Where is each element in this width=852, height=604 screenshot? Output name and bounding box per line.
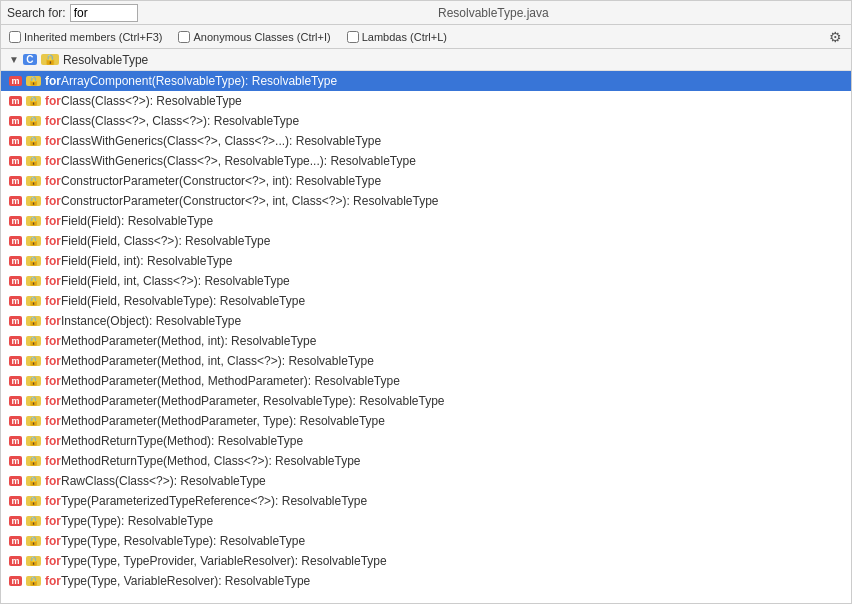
method-text: forType(ParameterizedTypeReference<?>): … bbox=[45, 494, 367, 508]
lock-badge: 🔒 bbox=[26, 216, 41, 226]
search-label: Search for: bbox=[7, 6, 66, 20]
lock-badge: 🔒 bbox=[26, 176, 41, 186]
results-list[interactable]: m🔒forArrayComponent(ResolvableType): Res… bbox=[1, 71, 851, 603]
list-item[interactable]: m🔒forField(Field): ResolvableType bbox=[1, 211, 851, 231]
method-badge: m bbox=[9, 376, 22, 386]
method-badge: m bbox=[9, 476, 22, 486]
gear-icon[interactable]: ⚙ bbox=[827, 29, 843, 45]
method-text: forField(Field, int, Class<?>): Resolvab… bbox=[45, 274, 290, 288]
lock-badge: 🔒 bbox=[26, 336, 41, 346]
list-item[interactable]: m🔒forField(Field, int): ResolvableType bbox=[1, 251, 851, 271]
tree-header: ▼ C 🔒 ResolvableType bbox=[1, 49, 851, 71]
method-text: forMethodReturnType(Method): ResolvableT… bbox=[45, 434, 303, 448]
lock-badge: 🔒 bbox=[41, 54, 59, 65]
list-item[interactable]: m🔒forInstance(Object): ResolvableType bbox=[1, 311, 851, 331]
main-window: Search for: ResolvableType.java Inherite… bbox=[0, 0, 852, 604]
list-item[interactable]: m🔒forType(Type, VariableResolver): Resol… bbox=[1, 571, 851, 591]
lock-badge: 🔒 bbox=[26, 76, 41, 86]
method-badge: m bbox=[9, 576, 22, 586]
list-item[interactable]: m🔒forConstructorParameter(Constructor<?>… bbox=[1, 191, 851, 211]
method-badge: m bbox=[9, 176, 22, 186]
method-text: forMethodParameter(Method, MethodParamet… bbox=[45, 374, 400, 388]
list-item[interactable]: m🔒forMethodReturnType(Method): Resolvabl… bbox=[1, 431, 851, 451]
lock-badge: 🔒 bbox=[26, 556, 41, 566]
lock-badge: 🔒 bbox=[26, 496, 41, 506]
lock-badge: 🔒 bbox=[26, 116, 41, 126]
search-bar: Search for: ResolvableType.java bbox=[1, 1, 851, 25]
method-badge: m bbox=[9, 236, 22, 246]
method-text: forMethodParameter(MethodParameter, Reso… bbox=[45, 394, 445, 408]
options-bar: Inherited members (Ctrl+F3) Anonymous Cl… bbox=[1, 25, 851, 49]
list-item[interactable]: m🔒forField(Field, Class<?>): ResolvableT… bbox=[1, 231, 851, 251]
method-text: forConstructorParameter(Constructor<?>, … bbox=[45, 194, 439, 208]
lock-badge: 🔒 bbox=[26, 416, 41, 426]
list-item[interactable]: m🔒forType(Type, TypeProvider, VariableRe… bbox=[1, 551, 851, 571]
list-item[interactable]: m🔒forType(Type, ResolvableType): Resolva… bbox=[1, 531, 851, 551]
lock-badge: 🔒 bbox=[26, 376, 41, 386]
lambdas-checkbox[interactable]: Lambdas (Ctrl+L) bbox=[347, 31, 447, 43]
list-item[interactable]: m🔒forClass(Class<?>, Class<?>): Resolvab… bbox=[1, 111, 851, 131]
method-badge: m bbox=[9, 116, 22, 126]
list-item[interactable]: m🔒forMethodParameter(Method, int): Resol… bbox=[1, 331, 851, 351]
tree-arrow-icon[interactable]: ▼ bbox=[9, 54, 19, 65]
list-item[interactable]: m🔒forRawClass(Class<?>): ResolvableType bbox=[1, 471, 851, 491]
list-item[interactable]: m🔒forClass(Class<?>): ResolvableType bbox=[1, 91, 851, 111]
list-item[interactable]: m🔒forField(Field, ResolvableType): Resol… bbox=[1, 291, 851, 311]
lock-badge: 🔒 bbox=[26, 196, 41, 206]
list-item[interactable]: m🔒forType(Type): ResolvableType bbox=[1, 511, 851, 531]
lock-badge: 🔒 bbox=[26, 356, 41, 366]
list-item[interactable]: m🔒forMethodReturnType(Method, Class<?>):… bbox=[1, 451, 851, 471]
method-text: forClass(Class<?>): ResolvableType bbox=[45, 94, 242, 108]
anonymous-classes-checkbox[interactable]: Anonymous Classes (Ctrl+I) bbox=[178, 31, 330, 43]
method-badge: m bbox=[9, 496, 22, 506]
lock-badge: 🔒 bbox=[26, 576, 41, 586]
method-text: forField(Field): ResolvableType bbox=[45, 214, 213, 228]
method-badge: m bbox=[9, 76, 22, 86]
method-text: forType(Type, TypeProvider, VariableReso… bbox=[45, 554, 387, 568]
method-badge: m bbox=[9, 296, 22, 306]
method-text: forClassWithGenerics(Class<?>, Class<?>.… bbox=[45, 134, 381, 148]
method-text: forMethodReturnType(Method, Class<?>): R… bbox=[45, 454, 361, 468]
method-text: forArrayComponent(ResolvableType): Resol… bbox=[45, 74, 337, 88]
method-text: forConstructorParameter(Constructor<?>, … bbox=[45, 174, 381, 188]
method-text: forRawClass(Class<?>): ResolvableType bbox=[45, 474, 266, 488]
lock-badge: 🔒 bbox=[26, 256, 41, 266]
list-item[interactable]: m🔒forMethodParameter(MethodParameter, Re… bbox=[1, 391, 851, 411]
method-text: forField(Field, int): ResolvableType bbox=[45, 254, 232, 268]
list-item[interactable]: m🔒forConstructorParameter(Constructor<?>… bbox=[1, 171, 851, 191]
lock-badge: 🔒 bbox=[26, 396, 41, 406]
method-badge: m bbox=[9, 516, 22, 526]
search-input[interactable] bbox=[74, 6, 134, 20]
method-badge: m bbox=[9, 456, 22, 466]
method-text: forField(Field, Class<?>): ResolvableTyp… bbox=[45, 234, 270, 248]
method-badge: m bbox=[9, 156, 22, 166]
list-item[interactable]: m🔒forClassWithGenerics(Class<?>, Resolva… bbox=[1, 151, 851, 171]
tree-class-label: ResolvableType bbox=[63, 53, 148, 67]
lock-badge: 🔒 bbox=[26, 456, 41, 466]
lock-badge: 🔒 bbox=[26, 296, 41, 306]
file-title: ResolvableType.java bbox=[142, 6, 845, 20]
method-badge: m bbox=[9, 196, 22, 206]
method-text: forClassWithGenerics(Class<?>, Resolvabl… bbox=[45, 154, 416, 168]
lock-badge: 🔒 bbox=[26, 136, 41, 146]
lock-badge: 🔒 bbox=[26, 96, 41, 106]
list-item[interactable]: m🔒forMethodParameter(Method, MethodParam… bbox=[1, 371, 851, 391]
list-item[interactable]: m🔒forClassWithGenerics(Class<?>, Class<?… bbox=[1, 131, 851, 151]
search-input-wrap[interactable] bbox=[70, 4, 138, 22]
list-item[interactable]: m🔒forType(ParameterizedTypeReference<?>)… bbox=[1, 491, 851, 511]
lock-badge: 🔒 bbox=[26, 476, 41, 486]
lock-badge: 🔒 bbox=[26, 236, 41, 246]
list-item[interactable]: m🔒forField(Field, int, Class<?>): Resolv… bbox=[1, 271, 851, 291]
lock-badge: 🔒 bbox=[26, 276, 41, 286]
inherited-members-checkbox[interactable]: Inherited members (Ctrl+F3) bbox=[9, 31, 162, 43]
method-text: forMethodParameter(Method, int, Class<?>… bbox=[45, 354, 374, 368]
method-badge: m bbox=[9, 356, 22, 366]
method-badge: m bbox=[9, 216, 22, 226]
list-item[interactable]: m🔒forMethodParameter(MethodParameter, Ty… bbox=[1, 411, 851, 431]
method-badge: m bbox=[9, 96, 22, 106]
method-text: forClass(Class<?>, Class<?>): Resolvable… bbox=[45, 114, 299, 128]
lock-badge: 🔒 bbox=[26, 316, 41, 326]
lock-badge: 🔒 bbox=[26, 536, 41, 546]
list-item[interactable]: m🔒forArrayComponent(ResolvableType): Res… bbox=[1, 71, 851, 91]
list-item[interactable]: m🔒forMethodParameter(Method, int, Class<… bbox=[1, 351, 851, 371]
